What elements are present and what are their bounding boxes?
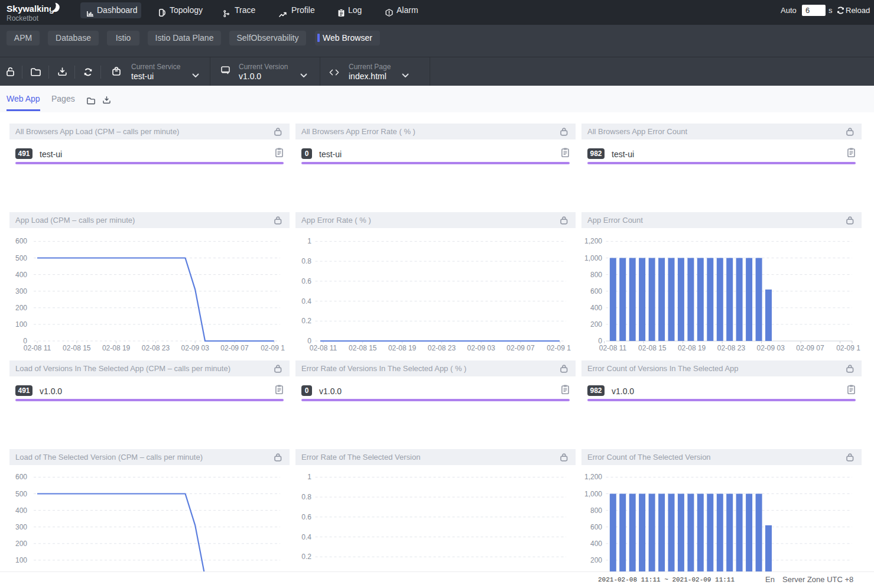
svg-text:500: 500 [15,490,27,498]
svg-text:02-09 03: 02-09 03 [757,344,785,352]
svg-text:400: 400 [15,506,27,515]
svg-text:0.2: 0.2 [301,317,311,325]
svg-text:02-09 03: 02-09 03 [467,344,496,352]
svg-text:02-08 15: 02-08 15 [63,344,91,352]
svg-text:200: 200 [15,304,27,312]
svg-text:02-09 07: 02-09 07 [796,344,824,352]
svg-text:02-08 19: 02-08 19 [102,344,131,352]
svg-text:02-08 11: 02-08 11 [599,344,627,352]
svg-text:600: 600 [590,287,602,295]
svg-text:600: 600 [15,473,27,481]
svg-text:200: 200 [590,320,602,329]
svg-text:02-08 19: 02-08 19 [388,344,417,352]
svg-text:0.8: 0.8 [301,493,311,501]
svg-text:1,200: 1,200 [584,473,602,481]
svg-text:100: 100 [15,556,27,564]
svg-text:1,200: 1,200 [584,237,602,245]
svg-text:0.2: 0.2 [301,553,311,561]
svg-text:02-08 15: 02-08 15 [638,344,667,352]
svg-text:300: 300 [15,523,27,531]
svg-text:800: 800 [590,506,602,515]
svg-text:800: 800 [590,271,602,279]
svg-text:200: 200 [590,556,602,564]
svg-text:0.8: 0.8 [301,257,311,265]
svg-text:02-09 1: 02-09 1 [261,344,285,352]
svg-text:0.6: 0.6 [301,513,311,521]
svg-text:02-08 23: 02-08 23 [142,344,170,352]
svg-text:200: 200 [15,540,27,548]
svg-text:600: 600 [590,523,602,531]
svg-text:02-08 11: 02-08 11 [310,344,337,352]
svg-text:300: 300 [15,287,27,295]
svg-text:02-08 11: 02-08 11 [24,344,51,352]
svg-text:0.4: 0.4 [301,533,311,541]
svg-text:400: 400 [15,271,27,279]
svg-text:02-08 23: 02-08 23 [717,344,746,352]
svg-text:02-09 1: 02-09 1 [836,344,860,352]
svg-text:02-09 1: 02-09 1 [547,344,571,352]
svg-text:400: 400 [590,540,602,548]
svg-text:400: 400 [590,304,602,312]
svg-text:0.6: 0.6 [301,277,311,285]
svg-text:500: 500 [15,254,27,262]
svg-text:1: 1 [307,473,311,481]
svg-text:0.4: 0.4 [301,297,311,306]
svg-text:1,000: 1,000 [584,490,602,498]
svg-text:02-09 07: 02-09 07 [506,344,535,352]
svg-text:02-08 15: 02-08 15 [349,344,377,352]
svg-text:02-09 03: 02-09 03 [181,344,210,352]
svg-text:02-09 07: 02-09 07 [220,344,249,352]
svg-text:100: 100 [15,320,27,329]
svg-text:600: 600 [15,237,27,245]
svg-text:02-08 19: 02-08 19 [678,344,706,352]
svg-text:1,000: 1,000 [584,254,602,262]
svg-text:02-08 23: 02-08 23 [428,344,456,352]
svg-text:1: 1 [307,237,311,245]
